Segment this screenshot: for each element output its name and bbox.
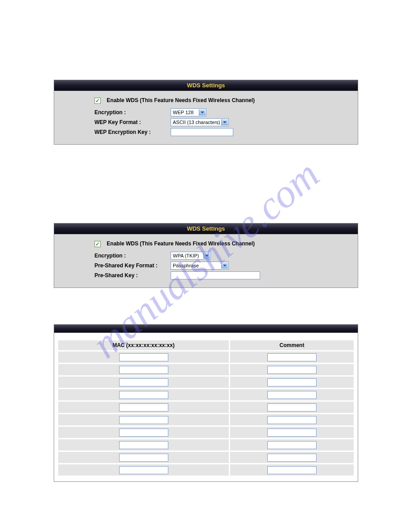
table-row <box>58 427 354 438</box>
table-row <box>58 352 354 363</box>
mac-input[interactable] <box>119 454 168 462</box>
table-row <box>58 389 354 400</box>
wep-encryption-key-input[interactable] <box>171 128 233 136</box>
mac-input[interactable] <box>119 441 168 449</box>
mac-input[interactable] <box>119 466 168 474</box>
encryption-select[interactable]: WEP 128 <box>171 108 206 116</box>
enable-wds-label: Enable WDS (This Feature Needs Fixed Wir… <box>107 240 255 247</box>
mac-input[interactable] <box>119 403 168 412</box>
comment-input[interactable] <box>267 466 317 474</box>
chevron-down-icon <box>221 262 228 269</box>
encryption-select-value: WPA (TKIP) <box>173 253 199 258</box>
comment-input[interactable] <box>267 416 317 424</box>
wep-key-format-label: WEP Key Format : <box>94 119 171 125</box>
table-row <box>58 414 354 425</box>
encryption-label: Encryption : <box>94 253 171 259</box>
chevron-down-icon <box>203 253 210 259</box>
table-row <box>58 402 354 413</box>
psk-format-select[interactable]: Passphrase <box>171 262 229 270</box>
wds-settings-panel-wpa: WDS Settings Enable WDS (This Feature Ne… <box>54 223 358 288</box>
comment-input[interactable] <box>267 454 317 462</box>
chevron-down-icon <box>199 109 206 116</box>
encryption-label: Encryption : <box>94 109 171 116</box>
mac-input[interactable] <box>119 353 168 361</box>
chevron-down-icon <box>221 119 228 125</box>
comment-input[interactable] <box>267 429 317 437</box>
mac-input[interactable] <box>119 391 168 399</box>
enable-wds-checkbox[interactable] <box>94 241 101 247</box>
enable-wds-label: Enable WDS (This Feature Needs Fixed Wir… <box>107 97 255 103</box>
mac-input[interactable] <box>119 366 168 374</box>
comment-input[interactable] <box>267 403 317 412</box>
comment-column-header: Comment <box>230 340 354 350</box>
table-row <box>58 452 354 463</box>
psk-format-label: Pre-Shared Key Format : <box>94 262 171 269</box>
comment-input[interactable] <box>267 378 317 386</box>
panel-title: WDS Settings <box>54 223 358 234</box>
comment-input[interactable] <box>267 366 317 374</box>
encryption-select[interactable]: WPA (TKIP) <box>171 252 211 260</box>
encryption-select-value: WEP 128 <box>173 110 193 115</box>
psk-format-value: Passphrase <box>173 263 199 268</box>
wep-key-format-value: ASCII (13 characters) <box>173 120 220 125</box>
mac-column-header: MAC (xx:xx:xx:xx:xx:xx) <box>58 340 229 350</box>
mac-input[interactable] <box>119 429 168 437</box>
comment-input[interactable] <box>267 441 317 449</box>
table-row <box>58 364 354 375</box>
mac-input[interactable] <box>119 378 168 386</box>
wep-encryption-key-label: WEP Encryption Key : <box>94 129 171 135</box>
table-row <box>58 464 354 476</box>
psk-label: Pre-Shared Key : <box>94 272 171 279</box>
panel-header-bar <box>54 325 358 333</box>
comment-input[interactable] <box>267 391 317 399</box>
wds-settings-panel-wep: WDS Settings Enable WDS (This Feature Ne… <box>54 80 358 145</box>
panel-title: WDS Settings <box>54 80 358 91</box>
mac-input[interactable] <box>119 416 168 424</box>
comment-input[interactable] <box>267 353 317 361</box>
wep-key-format-select[interactable]: ASCII (13 characters) <box>171 118 229 126</box>
table-row <box>58 377 354 388</box>
psk-input[interactable] <box>171 271 260 279</box>
enable-wds-checkbox[interactable] <box>94 98 101 104</box>
mac-comment-table: MAC (xx:xx:xx:xx:xx:xx) Comment <box>54 333 358 481</box>
table-row <box>58 439 354 450</box>
mac-table-panel: MAC (xx:xx:xx:xx:xx:xx) Comment <box>54 324 358 482</box>
